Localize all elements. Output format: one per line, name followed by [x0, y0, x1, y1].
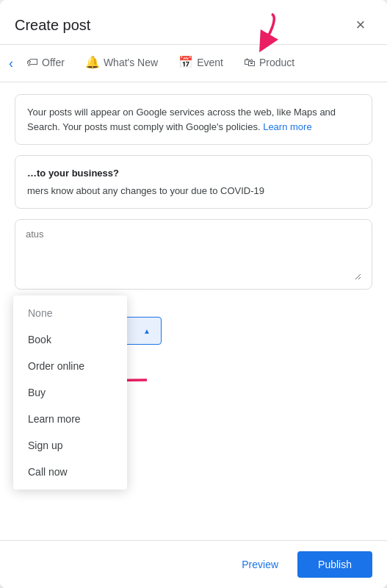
tab-event[interactable]: 📅 Event: [168, 45, 234, 82]
dialog-footer: Preview Publish: [0, 540, 387, 588]
tab-back-arrow[interactable]: ‹: [6, 50, 16, 77]
create-post-dialog: Create post × ‹ 🏷 Offer 🔔 What's New 📅 E…: [0, 0, 387, 588]
tab-whats-new-label: What's New: [104, 57, 158, 68]
dialog-title: Create post: [15, 17, 90, 34]
tab-offer[interactable]: 🏷 Offer: [16, 46, 75, 82]
tab-product[interactable]: 🛍 Product: [234, 46, 305, 82]
dropdown-item-learn-more[interactable]: Learn more: [13, 406, 127, 432]
dropdown-item-none[interactable]: None: [13, 300, 127, 326]
product-icon: 🛍: [244, 56, 256, 69]
update-box-body: mers know about any changes to your due …: [27, 184, 360, 198]
whats-new-icon: 🔔: [85, 55, 100, 69]
tab-event-label: Event: [197, 57, 223, 68]
publish-button[interactable]: Publish: [297, 551, 372, 578]
dropdown-arrow-icon: ▲: [143, 327, 151, 335]
event-icon: 📅: [178, 55, 193, 69]
preview-button[interactable]: Preview: [230, 553, 290, 576]
learn-more-link[interactable]: Learn more: [263, 121, 311, 132]
update-box: …to your business? mers know about any c…: [15, 155, 372, 209]
update-box-title: …to your business?: [27, 166, 360, 181]
tab-offer-label: Offer: [42, 57, 65, 68]
tab-product-label: Product: [259, 57, 294, 68]
info-box: Your posts will appear on Google service…: [15, 94, 372, 145]
dialog-content: Your posts will appear on Google service…: [0, 82, 387, 540]
tab-whats-new[interactable]: 🔔 What's New: [75, 45, 168, 82]
offer-icon: 🏷: [26, 56, 38, 69]
dropdown-item-call-now[interactable]: Call now: [13, 459, 127, 485]
close-button[interactable]: ×: [349, 13, 372, 37]
dialog-header: Create post ×: [0, 0, 387, 45]
dropdown-item-book[interactable]: Book: [13, 326, 127, 353]
textarea-box[interactable]: [15, 219, 372, 290]
tabs-row: ‹ 🏷 Offer 🔔 What's New 📅 Event 🛍 Product: [0, 45, 387, 82]
dropdown-item-sign-up[interactable]: Sign up: [13, 432, 127, 459]
dropdown-item-order-online[interactable]: Order online: [13, 353, 127, 379]
dropdown-menu: None Book Order online Buy Learn more Si…: [13, 295, 127, 490]
dropdown-item-buy[interactable]: Buy: [13, 379, 127, 406]
post-textarea[interactable]: [26, 229, 361, 280]
